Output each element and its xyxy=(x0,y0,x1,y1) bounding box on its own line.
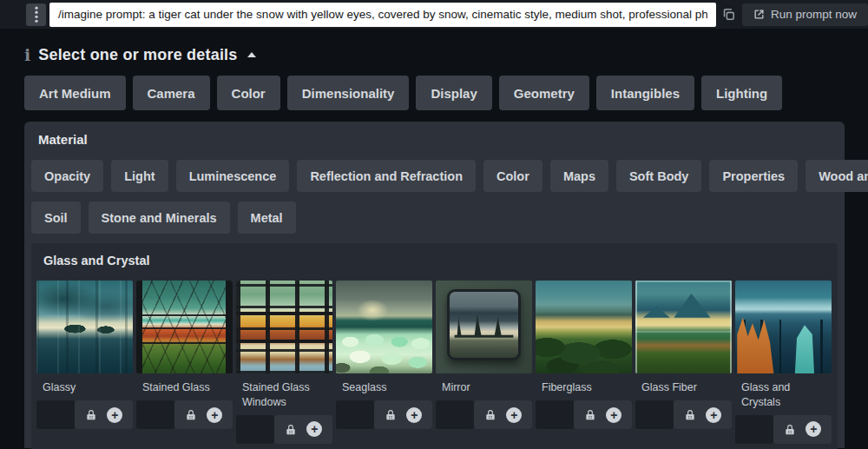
glass-and-crystal-section: Glass and Crystal Glassy+Stained Glass+S… xyxy=(31,243,838,449)
chip-wood-and-paper[interactable]: Wood and Paper xyxy=(806,160,868,192)
chip-luminescence[interactable]: Luminescence xyxy=(176,160,290,192)
collapse-caret-icon[interactable] xyxy=(247,52,256,57)
card-weight-input[interactable] xyxy=(136,400,174,429)
chip-reflection-and-refraction[interactable]: Reflection and Refraction xyxy=(297,160,476,192)
plus-icon: + xyxy=(107,407,122,423)
card-button-group: + xyxy=(574,400,632,429)
copy-icon xyxy=(721,7,736,22)
card-weight-input[interactable] xyxy=(36,400,75,429)
info-icon: i xyxy=(24,47,30,63)
run-prompt-button[interactable]: Run prompt now xyxy=(742,3,868,26)
lock-icon xyxy=(385,408,397,421)
lock-icon xyxy=(684,408,696,421)
prompt-input[interactable] xyxy=(49,3,716,27)
lock-button[interactable] xyxy=(185,408,197,421)
card-thumbnail-fiberglass[interactable] xyxy=(536,281,632,373)
lock-icon xyxy=(484,408,496,421)
card-label: Seaglass xyxy=(336,373,432,395)
card-fiberglass: Fiberglass+ xyxy=(536,281,632,444)
card-seaglass: Seaglass+ xyxy=(336,281,432,444)
tab-color[interactable]: Color xyxy=(217,76,280,110)
card-thumbnail-glassy[interactable] xyxy=(36,281,133,373)
card-actions: + xyxy=(536,400,632,429)
add-button[interactable]: + xyxy=(806,421,821,437)
page-title: Select one or more details xyxy=(38,46,237,64)
card-button-group: + xyxy=(75,400,133,429)
lock-button[interactable] xyxy=(784,423,796,436)
card-button-group: + xyxy=(274,415,332,444)
tab-intangibles[interactable]: Intangibles xyxy=(596,76,694,110)
card-weight-input[interactable] xyxy=(735,415,773,444)
card-button-group: + xyxy=(674,400,732,429)
card-stained-glass-windows: Stained Glass Windows+ xyxy=(236,281,332,444)
card-label: Stained Glass Windows xyxy=(236,373,332,410)
card-label: Glass Fiber xyxy=(635,373,732,395)
lock-button[interactable] xyxy=(584,408,596,421)
card-actions: + xyxy=(635,400,732,429)
tab-art-medium[interactable]: Art Medium xyxy=(24,76,126,110)
card-glass-and-crystals: Glass and Crystals+ xyxy=(735,281,832,444)
card-actions: + xyxy=(36,400,133,429)
card-weight-input[interactable] xyxy=(336,400,374,429)
lock-button[interactable] xyxy=(684,408,696,421)
chip-properties[interactable]: Properties xyxy=(709,160,798,192)
card-label: Glass and Crystals xyxy=(735,373,832,410)
chip-opacity[interactable]: Opacity xyxy=(31,160,103,192)
card-actions: + xyxy=(236,415,332,444)
chip-soft-body[interactable]: Soft Body xyxy=(616,160,701,192)
card-weight-input[interactable] xyxy=(236,415,274,444)
chip-stone-and-minerals[interactable]: Stone and Minerals xyxy=(89,201,230,234)
card-weight-input[interactable] xyxy=(635,400,674,429)
card-button-group: + xyxy=(374,400,432,429)
card-button-group: + xyxy=(174,400,233,429)
tab-camera[interactable]: Camera xyxy=(133,76,210,110)
card-thumbnail-stained-glass-windows[interactable] xyxy=(236,281,332,373)
tab-display[interactable]: Display xyxy=(416,76,491,110)
lock-button[interactable] xyxy=(85,408,97,421)
chip-maps[interactable]: Maps xyxy=(550,160,608,192)
add-button[interactable]: + xyxy=(406,407,422,423)
lock-icon xyxy=(85,408,97,421)
material-chips-row-2: SoilStone and MineralsMetal xyxy=(31,201,838,234)
card-actions: + xyxy=(336,400,432,429)
card-actions: + xyxy=(735,415,832,444)
lock-button[interactable] xyxy=(385,408,397,421)
add-button[interactable]: + xyxy=(706,407,721,423)
material-chips-row-1: OpacityLightLuminescenceReflection and R… xyxy=(31,160,838,192)
kebab-menu-icon xyxy=(31,5,42,24)
tab-dimensionality[interactable]: Dimensionality xyxy=(287,76,410,110)
lock-button[interactable] xyxy=(484,408,496,421)
add-button[interactable]: + xyxy=(207,407,222,423)
add-button[interactable]: + xyxy=(606,407,621,423)
card-weight-input[interactable] xyxy=(436,400,474,429)
tab-geometry[interactable]: Geometry xyxy=(499,76,589,110)
chip-light[interactable]: Light xyxy=(111,160,168,192)
add-button[interactable]: + xyxy=(107,407,122,423)
card-stained-glass: Stained Glass+ xyxy=(136,281,233,444)
plus-icon: + xyxy=(606,407,621,423)
card-thumbnail-glass-fiber[interactable] xyxy=(635,281,732,373)
copy-prompt-button[interactable] xyxy=(716,3,742,26)
cards-row: Glassy+Stained Glass+Stained Glass Windo… xyxy=(36,281,832,444)
card-label: Mirror xyxy=(436,373,532,395)
card-thumbnail-glass-and-crystals[interactable] xyxy=(735,281,832,373)
tab-lighting[interactable]: Lighting xyxy=(701,76,782,110)
chip-metal[interactable]: Metal xyxy=(238,201,296,234)
card-weight-input[interactable] xyxy=(536,400,574,429)
lock-icon xyxy=(784,423,796,436)
lock-button[interactable] xyxy=(285,423,297,436)
plus-icon: + xyxy=(806,421,821,437)
chip-color[interactable]: Color xyxy=(483,160,542,192)
chip-soil[interactable]: Soil xyxy=(31,201,81,234)
card-thumbnail-seaglass[interactable] xyxy=(336,281,432,373)
card-button-group: + xyxy=(474,400,532,429)
add-button[interactable]: + xyxy=(306,421,322,437)
card-label: Stained Glass xyxy=(136,373,233,395)
category-tabs: Art MediumCameraColorDimensionalityDispl… xyxy=(24,76,868,110)
card-thumbnail-mirror[interactable] xyxy=(436,281,532,373)
card-glass-fiber: Glass Fiber+ xyxy=(635,281,732,444)
card-thumbnail-stained-glass[interactable] xyxy=(136,281,233,373)
add-button[interactable]: + xyxy=(506,407,522,423)
plus-icon: + xyxy=(207,407,222,423)
kebab-menu-button[interactable] xyxy=(26,3,46,26)
